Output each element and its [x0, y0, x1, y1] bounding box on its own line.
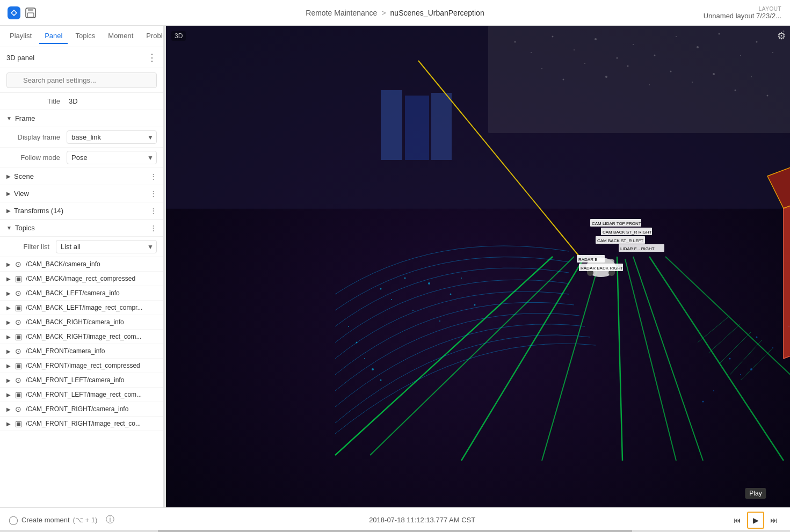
transforms-section-title: Transforms (14): [14, 207, 63, 215]
scene-section-title: Scene: [14, 172, 34, 180]
topic-7-chevron-icon: ▶: [6, 363, 11, 369]
tab-topics[interactable]: Topics: [70, 28, 100, 44]
svg-point-63: [756, 337, 758, 338]
tab-bar: Playlist Panel Topics Moment Problems ×: [0, 26, 163, 47]
topic-item[interactable]: ▶ ▣ /CAM_FRONT_RIGHT/image_rect_co...: [0, 417, 163, 431]
topic-1-image-icon: ▣: [14, 274, 23, 283]
topic-8-name: /CAM_FRONT_LEFT/camera_info: [26, 376, 157, 384]
topic-item[interactable]: ▶ ⊙ /CAM_BACK/camera_info: [0, 257, 163, 272]
play-button[interactable]: ▶: [747, 512, 764, 529]
topics-menu-icon[interactable]: ⋮: [150, 224, 157, 232]
viewport-settings-icon[interactable]: ⚙: [777, 30, 786, 42]
tab-playlist[interactable]: Playlist: [4, 28, 37, 44]
scene-menu-icon[interactable]: ⋮: [150, 172, 157, 180]
topic-9-chevron-icon: ▶: [6, 392, 11, 398]
moment-circle-icon: ◯: [9, 515, 18, 525]
timestamp: 2018-07-18 11:12:13.777 AM CST: [369, 516, 475, 524]
topic-item[interactable]: ▶ ▣ /CAM_FRONT/image_rect_compressed: [0, 359, 163, 373]
svg-point-31: [713, 73, 715, 75]
svg-point-15: [654, 55, 656, 56]
svg-point-28: [649, 84, 650, 85]
transforms-menu-icon[interactable]: ⋮: [150, 207, 157, 215]
svg-point-30: [692, 82, 693, 83]
topic-item[interactable]: ▶ ⊙ /CAM_BACK_LEFT/camera_info: [0, 286, 163, 301]
svg-rect-37: [431, 93, 452, 160]
svg-point-17: [697, 46, 699, 48]
svg-point-51: [404, 278, 406, 279]
topic-4-chevron-icon: ▶: [6, 319, 11, 325]
title-input[interactable]: [67, 96, 161, 106]
topics-section-title: Topics: [15, 224, 35, 232]
topic-6-name: /CAM_FRONT/camera_info: [26, 347, 157, 355]
topic-item[interactable]: ▶ ⊙ /CAM_FRONT_LEFT/camera_info: [0, 373, 163, 388]
skip-back-button[interactable]: ⏮: [730, 513, 745, 528]
skip-forward-icon: ⏭: [770, 516, 778, 524]
svg-point-21: [772, 52, 773, 53]
svg-point-50: [391, 299, 392, 300]
playback-controls: Play ⏮ ▶ ⏭: [730, 512, 781, 529]
topic-item[interactable]: ▶ ▣ /CAM_FRONT_LEFT/image_rect_com...: [0, 388, 163, 402]
svg-point-59: [356, 342, 358, 344]
svg-rect-35: [381, 90, 402, 160]
panel-menu-icon[interactable]: ⋮: [147, 52, 157, 63]
topic-1-name: /CAM_BACK/image_rect_compressed: [26, 275, 157, 282]
topic-9-name: /CAM_FRONT_LEFT/image_rect_com...: [26, 391, 157, 398]
scene-chevron-right-icon: ▶: [6, 173, 11, 179]
topic-item[interactable]: ▶ ▣ /CAM_BACK/image_rect_compressed: [0, 272, 163, 286]
topic-4-name: /CAM_BACK_RIGHT/camera_info: [26, 318, 157, 326]
svg-point-1: [12, 11, 16, 14]
topic-3-name: /CAM_BACK_LEFT/image_rect_compr...: [26, 304, 157, 311]
search-input[interactable]: [6, 72, 157, 88]
scene-section-header[interactable]: ▶ Scene ⋮: [0, 168, 163, 185]
svg-text:LIDAR F... RIGHT: LIDAR F... RIGHT: [620, 246, 655, 251]
topic-item[interactable]: ▶ ⊙ /CAM_FRONT/camera_info: [0, 344, 163, 359]
topic-item[interactable]: ▶ ⊙ /CAM_BACK_RIGHT/camera_info: [0, 315, 163, 330]
panel-title-label: 3D panel: [6, 54, 34, 62]
frame-section-header[interactable]: ▼ Frame: [0, 110, 163, 127]
display-frame-select[interactable]: base_link: [67, 130, 157, 144]
svg-rect-7: [488, 26, 790, 133]
topics-chevron-down-icon: ▼: [6, 225, 12, 231]
topic-5-image-icon: ▣: [14, 332, 23, 341]
skip-forward-button[interactable]: ⏭: [766, 513, 781, 528]
layout-name: Unnamed layout 7/23/2...: [704, 12, 781, 20]
tab-problems[interactable]: Problems: [141, 28, 164, 44]
create-moment-button[interactable]: ◯ Create moment (⌥ + 1): [9, 515, 97, 525]
topic-item[interactable]: ▶ ⊙ /CAM_FRONT_RIGHT/camera_info: [0, 402, 163, 417]
topic-2-camera-icon: ⊙: [14, 289, 23, 297]
view-menu-icon[interactable]: ⋮: [150, 190, 157, 198]
topic-4-camera-icon: ⊙: [14, 318, 23, 326]
display-frame-row: Display frame base_link ▼: [0, 127, 163, 148]
view-section-title: View: [14, 190, 29, 198]
view-chevron-right-icon: ▶: [6, 191, 11, 196]
svg-text:CAM BACK ST_R RIGHT: CAM BACK ST_R RIGHT: [603, 230, 652, 235]
save-icon[interactable]: [25, 7, 37, 19]
breadcrumb-left: Remote Maintenance: [306, 9, 377, 17]
topics-section-header[interactable]: ▼ Topics ⋮: [0, 220, 163, 237]
svg-point-53: [428, 282, 430, 285]
svg-point-29: [670, 71, 672, 72]
svg-point-16: [676, 36, 677, 37]
topic-7-image-icon: ▣: [14, 361, 23, 370]
3d-scene: CAM LIDAR TOP FRONT CAM BACK ST_R RIGHT …: [166, 26, 790, 507]
tab-panel[interactable]: Panel: [39, 28, 68, 44]
view-section-header[interactable]: ▶ View ⋮: [0, 185, 163, 202]
svg-point-62: [380, 380, 382, 381]
follow-mode-select[interactable]: Pose: [67, 151, 157, 164]
topic-2-chevron-icon: ▶: [6, 290, 11, 296]
svg-point-75: [702, 401, 704, 403]
display-frame-label: Display frame: [6, 133, 60, 141]
svg-point-72: [729, 358, 731, 360]
info-icon[interactable]: ⓘ: [106, 514, 114, 526]
tab-moment[interactable]: Moment: [103, 28, 139, 44]
svg-point-19: [740, 55, 741, 56]
transforms-section-header[interactable]: ▶ Transforms (14) ⋮: [0, 202, 163, 220]
topic-item[interactable]: ▶ ▣ /CAM_BACK_LEFT/image_rect_compr...: [0, 301, 163, 315]
filter-select[interactable]: List all: [56, 240, 157, 253]
top-bar: Remote Maintenance > nuScenes_UrbanPerce…: [0, 0, 790, 26]
app-logo-icon[interactable]: [6, 5, 21, 20]
svg-point-32: [735, 90, 736, 91]
topic-item[interactable]: ▶ ▣ /CAM_BACK_RIGHT/image_rect_com...: [0, 330, 163, 344]
3d-viewport[interactable]: 3D: [166, 26, 790, 507]
svg-text:CAM LIDAR TOP FRONT: CAM LIDAR TOP FRONT: [592, 221, 641, 226]
